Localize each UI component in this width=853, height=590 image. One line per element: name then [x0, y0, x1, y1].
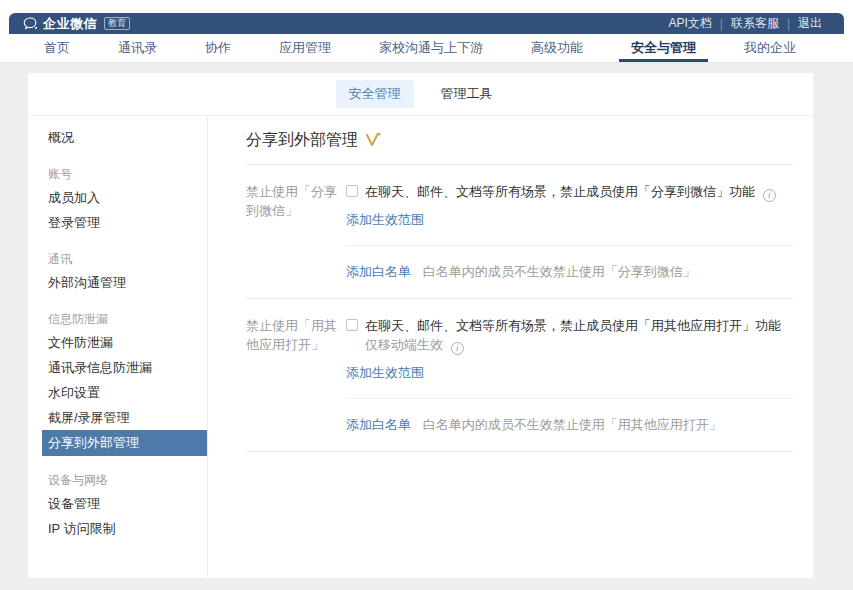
section-open-with-other-apps: 禁止使用「用其他应用打开」 在聊天、邮件、文档等所有场景，禁止成员使用「用其他应… [246, 299, 793, 452]
whitelist-note: 白名单内的成员不生效禁止使用「分享到微信」 [423, 264, 696, 279]
secondary-tabs: 安全管理 管理工具 [28, 73, 813, 116]
sidebar-item-ip-access-restriction[interactable]: IP 访问限制 [28, 516, 207, 541]
section-label: 禁止使用「用其他应用打开」 [246, 316, 346, 382]
inner-divider [346, 245, 793, 246]
info-icon[interactable]: i [451, 342, 464, 355]
topbar: 企业微信 教育 API文档 | 联系客服 | 退出 [9, 13, 844, 34]
logo-text: 企业微信 [43, 15, 97, 33]
page-title: 分享到外部管理 [246, 130, 793, 151]
topbar-links: API文档 | 联系客服 | 退出 [660, 15, 830, 32]
forbid-share-wechat-checkbox[interactable] [346, 185, 358, 197]
topbar-wrap: 企业微信 教育 API文档 | 联系客服 | 退出 [0, 0, 853, 34]
content-card: 安全管理 管理工具 概况 账号 成员加入 登录管理 通讯 外部沟通管理 信息防泄… [28, 73, 813, 578]
tab-security-management[interactable]: 安全管理 [336, 80, 414, 108]
edition-badge: 教育 [104, 17, 130, 30]
add-whitelist-link[interactable]: 添加白名单 [346, 417, 411, 432]
section-share-to-wechat: 禁止使用「分享到微信」 在聊天、邮件、文档等所有场景，禁止成员使用「分享到微信」… [246, 165, 793, 299]
sidebar-item-member-join[interactable]: 成员加入 [28, 185, 207, 210]
sidebar-item-watermark-settings[interactable]: 水印设置 [28, 380, 207, 405]
wecom-chat-bubble-icon [23, 17, 38, 30]
contact-support-link[interactable]: 联系客服 [723, 15, 787, 32]
settings-sidebar: 概况 账号 成员加入 登录管理 通讯 外部沟通管理 信息防泄漏 文件防泄漏 通讯… [28, 116, 208, 578]
section-label: 禁止使用「分享到微信」 [246, 182, 346, 229]
nav-my-enterprise[interactable]: 我的企业 [742, 34, 798, 62]
sidebar-item-device-management[interactable]: 设备管理 [28, 491, 207, 516]
page-background: 安全管理 管理工具 概况 账号 成员加入 登录管理 通讯 外部沟通管理 信息防泄… [0, 63, 853, 590]
section-divider [246, 451, 793, 452]
wecom-logo[interactable]: 企业微信 教育 [23, 15, 130, 33]
checkbox-label: 在聊天、邮件、文档等所有场景，禁止成员使用「分享到微信」功能 [365, 184, 755, 199]
sidebar-group-communication: 通讯 [28, 248, 207, 270]
main-panel: 分享到外部管理 禁止使用「分享到微信」 [208, 116, 813, 578]
logout-link[interactable]: 退出 [790, 15, 830, 32]
sidebar-group-account: 账号 [28, 163, 207, 185]
nav-advanced-features[interactable]: 高级功能 [529, 34, 585, 62]
sidebar-item-screenshot-management[interactable]: 截屏/录屏管理 [28, 405, 207, 430]
sidebar-item-external-communication[interactable]: 外部沟通管理 [28, 270, 207, 295]
nav-collaboration[interactable]: 协作 [203, 34, 233, 62]
forbid-open-other-apps-checkbox[interactable] [346, 319, 358, 331]
sidebar-group-device-network: 设备与网络 [28, 469, 207, 491]
add-whitelist-link[interactable]: 添加白名单 [346, 264, 411, 279]
whitelist-note: 白名单内的成员不生效禁止使用「用其他应用打开」 [423, 417, 722, 432]
sidebar-item-share-external-management[interactable]: 分享到外部管理 [42, 430, 207, 456]
add-scope-link[interactable]: 添加生效范围 [346, 364, 424, 382]
nav-app-management[interactable]: 应用管理 [277, 34, 333, 62]
sidebar-item-login-management[interactable]: 登录管理 [28, 210, 207, 235]
sidebar-group-leak-prevention: 信息防泄漏 [28, 308, 207, 330]
sidebar-item-file-leak-prevention[interactable]: 文件防泄漏 [28, 330, 207, 355]
tab-admin-tools[interactable]: 管理工具 [428, 80, 506, 108]
sidebar-item-overview[interactable]: 概况 [28, 125, 207, 150]
card-body: 概况 账号 成员加入 登录管理 通讯 外部沟通管理 信息防泄漏 文件防泄漏 通讯… [28, 116, 813, 578]
api-docs-link[interactable]: API文档 [660, 15, 719, 32]
nav-security-management[interactable]: 安全与管理 [629, 34, 698, 62]
checkbox-label: 在聊天、邮件、文档等所有场景，禁止成员使用「用其他应用打开」功能 [365, 318, 781, 333]
add-scope-link[interactable]: 添加生效范围 [346, 211, 424, 229]
nav-home[interactable]: 首页 [42, 34, 72, 62]
sidebar-item-contacts-leak-prevention[interactable]: 通讯录信息防泄漏 [28, 355, 207, 380]
nav-contacts[interactable]: 通讯录 [116, 34, 159, 62]
info-icon[interactable]: i [763, 189, 776, 202]
premium-v-icon [365, 132, 381, 151]
nav-school-communication[interactable]: 家校沟通与上下游 [377, 34, 485, 62]
primary-nav: 首页 通讯录 协作 应用管理 家校沟通与上下游 高级功能 安全与管理 我的企业 [0, 34, 853, 63]
checkbox-note: 仅移动端生效 [365, 337, 443, 352]
inner-divider [346, 398, 793, 399]
page-title-text: 分享到外部管理 [246, 130, 358, 151]
